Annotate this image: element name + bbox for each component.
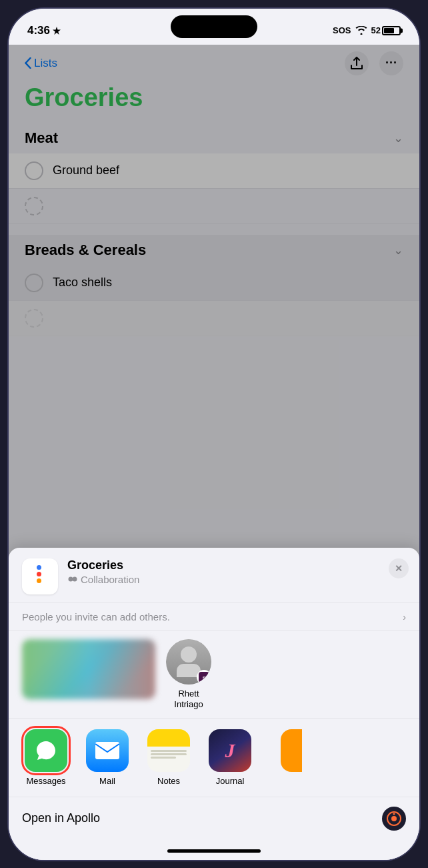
- invite-chevron-icon: ›: [403, 612, 406, 622]
- app-row: Messages Mail: [9, 719, 419, 797]
- svg-point-4: [391, 816, 397, 821]
- battery-percent: 52: [371, 25, 381, 35]
- journal-app-icon: J: [209, 729, 251, 772]
- share-title-section: Groceries Collaboration: [67, 558, 406, 585]
- app-item-messages[interactable]: Messages: [22, 729, 70, 786]
- app-item-mail[interactable]: Mail: [83, 729, 131, 786]
- home-bar: [167, 849, 261, 853]
- sos-indicator: SOS: [333, 25, 351, 35]
- svg-point-5: [393, 813, 395, 815]
- blurred-contacts: [22, 639, 155, 699]
- share-sheet-app-icon: [22, 558, 58, 594]
- contact-rhett[interactable]: s RhettIntriago: [166, 639, 211, 709]
- collaboration-label: Collaboration: [81, 574, 139, 585]
- share-subtitle: Collaboration: [67, 574, 406, 585]
- time-display: 4:36: [27, 24, 50, 37]
- app-item-partial: [267, 729, 315, 772]
- notes-app-icon: [147, 729, 190, 772]
- app-item-notes[interactable]: Notes: [145, 729, 193, 786]
- invite-description: People you invite can add others.: [22, 611, 170, 622]
- share-app-name: Groceries: [67, 558, 406, 572]
- share-sheet-header: Groceries Collaboration ✕: [9, 548, 419, 603]
- contact-name-rhett: RhettIntriago: [174, 689, 203, 709]
- slack-badge: s: [197, 670, 211, 685]
- svg-point-0: [69, 576, 73, 581]
- mail-app-icon: [86, 729, 129, 772]
- partial-app-icon: [281, 729, 302, 772]
- messages-app-icon: [25, 729, 67, 772]
- apollo-icon: [382, 807, 406, 831]
- share-sheet: Groceries Collaboration ✕ People you inv…: [9, 548, 419, 861]
- battery-icon: [382, 26, 401, 35]
- invite-text[interactable]: People you invite can add others. ›: [9, 603, 419, 631]
- contact-avatar-rhett: s: [166, 639, 211, 685]
- collaboration-icon: [67, 576, 78, 584]
- content-area: Lists ··· Groceries Meat ⌄: [9, 45, 419, 861]
- dynamic-island: [171, 15, 257, 38]
- contact-row: s RhettIntriago: [9, 631, 419, 718]
- mail-icon: [95, 741, 120, 760]
- slack-icon: s: [199, 672, 209, 683]
- messages-label: Messages: [26, 776, 65, 786]
- journal-letter: J: [225, 739, 235, 762]
- status-right: SOS 52: [333, 25, 401, 35]
- apollo-logo-icon: [386, 811, 402, 827]
- wifi-icon: [355, 26, 367, 35]
- home-indicator: [9, 840, 419, 861]
- svg-point-1: [73, 576, 77, 581]
- app-item-journal[interactable]: J Journal: [206, 729, 254, 786]
- battery-fill: [384, 28, 394, 33]
- location-icon: [53, 27, 61, 35]
- mail-label: Mail: [99, 776, 115, 786]
- messages-icon: [34, 739, 58, 763]
- journal-label: Journal: [216, 776, 245, 786]
- status-time: 4:36: [27, 24, 61, 37]
- notes-label: Notes: [157, 776, 180, 786]
- svg-rect-2: [95, 742, 119, 759]
- open-apollo-label: Open in Apollo: [22, 811, 100, 825]
- battery-container: 52: [371, 25, 401, 35]
- bottom-action[interactable]: Open in Apollo: [9, 797, 419, 840]
- status-bar: 4:36 SOS 52: [9, 9, 419, 45]
- phone-frame: 4:36 SOS 52: [7, 7, 421, 861]
